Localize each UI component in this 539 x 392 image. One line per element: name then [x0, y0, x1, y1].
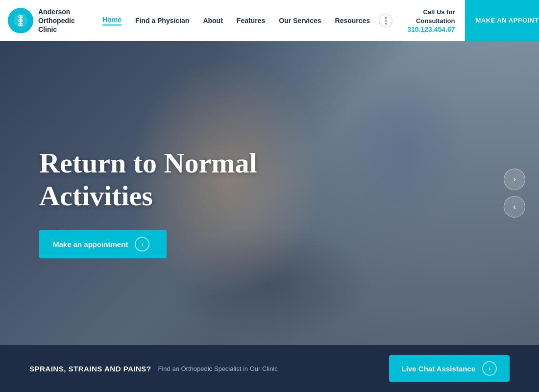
- dot: [385, 20, 387, 22]
- logo-area: Anderson Orthopedic Clinic: [0, 7, 91, 34]
- hero-cta-arrow-icon: ›: [135, 237, 149, 252]
- nav-item-features[interactable]: Features: [237, 17, 265, 24]
- logo-icon: [8, 8, 33, 33]
- hero-section: Return to Normal Activities Make an appo…: [0, 41, 539, 345]
- svg-point-10: [19, 24, 20, 25]
- nav-item-home[interactable]: Home: [102, 16, 122, 25]
- call-info: Call Us for Consultation 310.123.454.67: [397, 8, 465, 33]
- slider-next-button[interactable]: ›: [504, 169, 525, 190]
- slider-prev-button[interactable]: ‹: [504, 196, 525, 218]
- sprains-sublabel: Find an Orthopedic Specialist in Our Cli…: [158, 365, 278, 372]
- call-label: Call Us for Consultation: [407, 8, 455, 25]
- nav-item-services[interactable]: Our Services: [279, 17, 321, 24]
- svg-point-6: [19, 16, 20, 17]
- main-nav: Home Find a Physician About Features Our…: [91, 14, 397, 27]
- more-menu-button[interactable]: [379, 14, 392, 27]
- chevron-right-icon: ›: [513, 175, 515, 184]
- svg-rect-4: [20, 18, 22, 21]
- bottom-bar: SPRAINS, STRAINS AND PAINS? Find an Orth…: [0, 345, 539, 392]
- svg-point-9: [22, 20, 23, 21]
- nav-item-find-physician[interactable]: Find a Physician: [135, 17, 189, 24]
- logo-text: Anderson Orthopedic Clinic: [38, 7, 83, 34]
- hero-content: Return to Normal Activities Make an appo…: [39, 147, 323, 258]
- svg-point-11: [22, 24, 23, 25]
- bottom-text-area: SPRAINS, STRAINS AND PAINS? Find an Orth…: [29, 365, 389, 373]
- svg-point-7: [22, 16, 23, 17]
- live-chat-arrow-icon: ›: [482, 361, 497, 376]
- svg-point-8: [19, 20, 20, 21]
- nav-item-about[interactable]: About: [203, 17, 222, 24]
- slider-controls: › ‹: [504, 169, 525, 218]
- svg-rect-5: [20, 22, 22, 24]
- nav-item-resources[interactable]: Resources: [335, 17, 370, 24]
- dot: [385, 23, 387, 24]
- hero-cta-button[interactable]: Make an appointment ›: [39, 230, 167, 259]
- live-chat-label: Live Chat Assistance: [402, 365, 475, 373]
- hero-title: Return to Normal Activities: [39, 147, 323, 212]
- make-appointment-button[interactable]: MAKE AN APPOINTMENT: [465, 0, 539, 41]
- call-number[interactable]: 310.123.454.67: [407, 25, 455, 33]
- hero-cta-label: Make an appointment: [53, 240, 128, 248]
- live-chat-button[interactable]: Live Chat Assistance ›: [389, 355, 510, 382]
- chevron-left-icon: ‹: [513, 202, 515, 211]
- dot: [385, 17, 387, 19]
- sprains-label: SPRAINS, STRAINS AND PAINS?: [29, 365, 151, 373]
- header: Anderson Orthopedic Clinic Home Find a P…: [0, 0, 539, 41]
